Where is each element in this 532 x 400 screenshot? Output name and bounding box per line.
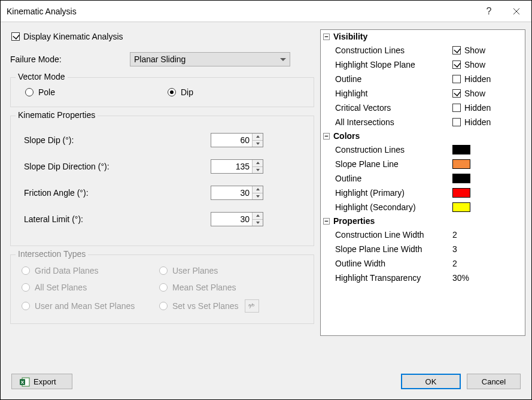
user-mean-set-planes-radio bbox=[22, 302, 30, 310]
slope-dip-direction-stepper[interactable]: 135 bbox=[211, 159, 263, 174]
export-button[interactable]: X Export bbox=[11, 374, 72, 389]
mean-set-planes-radio bbox=[159, 283, 168, 292]
set-vs-set-planes-radio bbox=[159, 302, 168, 310]
critical-vectors-visibility-checkbox[interactable] bbox=[452, 104, 461, 112]
lateral-limit-stepper[interactable]: 30 bbox=[211, 212, 263, 226]
user-planes-radio bbox=[159, 266, 168, 275]
outline-color-swatch[interactable] bbox=[452, 174, 470, 183]
colors-section-header[interactable]: − Colors bbox=[321, 129, 525, 143]
display-kinematic-label: Display Kinematic Analysis bbox=[23, 32, 123, 41]
highlight-primary-color-swatch[interactable] bbox=[452, 188, 470, 198]
slope-plane-line-width-value[interactable]: 3 bbox=[452, 244, 522, 254]
ok-button[interactable]: OK bbox=[401, 374, 461, 389]
window-title: Kinematic Analysis bbox=[7, 7, 475, 16]
svg-text:X: X bbox=[21, 380, 25, 385]
properties-section-header[interactable]: − Properties bbox=[321, 214, 525, 228]
failure-mode-label: Failure Mode: bbox=[10, 54, 130, 64]
grid-data-planes-radio bbox=[22, 266, 30, 275]
kinematic-properties-group: Kinematic Properties Slope Dip (°): 60 S… bbox=[10, 116, 314, 246]
properties-tree[interactable]: − Visibility Construction LinesShow High… bbox=[320, 29, 525, 336]
slope-plane-line-color-swatch[interactable] bbox=[452, 159, 470, 169]
spin-down-icon[interactable] bbox=[253, 141, 263, 147]
collapse-icon[interactable]: − bbox=[323, 34, 330, 40]
spin-up-icon[interactable] bbox=[253, 186, 263, 193]
close-button[interactable] bbox=[503, 1, 530, 22]
construction-lines-visibility-checkbox[interactable] bbox=[452, 46, 461, 54]
intersection-types-group: Intersection Types Grid Data Planes User… bbox=[10, 254, 314, 324]
all-set-planes-radio bbox=[22, 283, 30, 292]
friction-angle-stepper[interactable]: 30 bbox=[211, 186, 263, 200]
spin-down-icon[interactable] bbox=[253, 193, 263, 200]
highlight-secondary-color-swatch[interactable] bbox=[452, 202, 470, 212]
outline-width-value[interactable]: 2 bbox=[452, 259, 522, 268]
construction-lines-color-swatch[interactable] bbox=[452, 145, 470, 154]
pole-radio-label: Pole bbox=[38, 87, 55, 97]
highlight-visibility-checkbox[interactable] bbox=[452, 89, 461, 98]
kinematic-analysis-dialog: Kinematic Analysis ? Display Kinematic A… bbox=[0, 0, 532, 400]
spin-down-icon[interactable] bbox=[253, 220, 263, 226]
kinematic-properties-legend: Kinematic Properties bbox=[16, 110, 98, 120]
collapse-icon[interactable]: − bbox=[323, 133, 330, 140]
help-button[interactable]: ? bbox=[475, 1, 503, 22]
chevron-down-icon bbox=[280, 58, 286, 61]
dip-radio[interactable] bbox=[168, 88, 176, 96]
intersection-types-legend: Intersection Types bbox=[16, 249, 88, 259]
display-kinematic-checkbox[interactable] bbox=[11, 32, 20, 41]
outline-visibility-checkbox[interactable] bbox=[452, 75, 461, 83]
spin-up-icon[interactable] bbox=[253, 213, 263, 220]
vector-mode-group: Vector Mode Pole Dip bbox=[10, 77, 314, 107]
all-intersections-visibility-checkbox[interactable] bbox=[452, 118, 461, 126]
friction-angle-label: Friction Angle (°): bbox=[19, 188, 211, 198]
cancel-button[interactable]: Cancel bbox=[467, 374, 521, 389]
failure-mode-select[interactable]: Planar Sliding bbox=[130, 52, 290, 66]
lateral-limit-label: Lateral Limit (°): bbox=[19, 214, 211, 224]
slope-dip-label: Slope Dip (°): bbox=[19, 135, 211, 145]
set-vs-set-config-button: ᵃ⁄ᵇ bbox=[245, 299, 259, 313]
pole-radio[interactable] bbox=[25, 88, 34, 96]
close-icon bbox=[513, 8, 520, 15]
slope-dip-direction-label: Slope Dip Direction (°): bbox=[19, 162, 211, 171]
vector-mode-legend: Vector Mode bbox=[16, 72, 68, 81]
spin-up-icon[interactable] bbox=[253, 134, 263, 141]
construction-line-width-value[interactable]: 2 bbox=[452, 230, 522, 240]
highlight-slope-plane-visibility-checkbox[interactable] bbox=[452, 60, 461, 69]
collapse-icon[interactable]: − bbox=[323, 218, 330, 225]
spin-down-icon[interactable] bbox=[253, 167, 263, 174]
dip-radio-label: Dip bbox=[181, 87, 193, 97]
highlight-transparency-value[interactable]: 30% bbox=[452, 273, 522, 283]
spin-up-icon[interactable] bbox=[253, 160, 263, 167]
titlebar: Kinematic Analysis ? bbox=[1, 1, 531, 22]
excel-icon: X bbox=[19, 377, 29, 386]
slope-dip-stepper[interactable]: 60 bbox=[211, 133, 263, 147]
visibility-section-header[interactable]: − Visibility bbox=[321, 30, 525, 43]
